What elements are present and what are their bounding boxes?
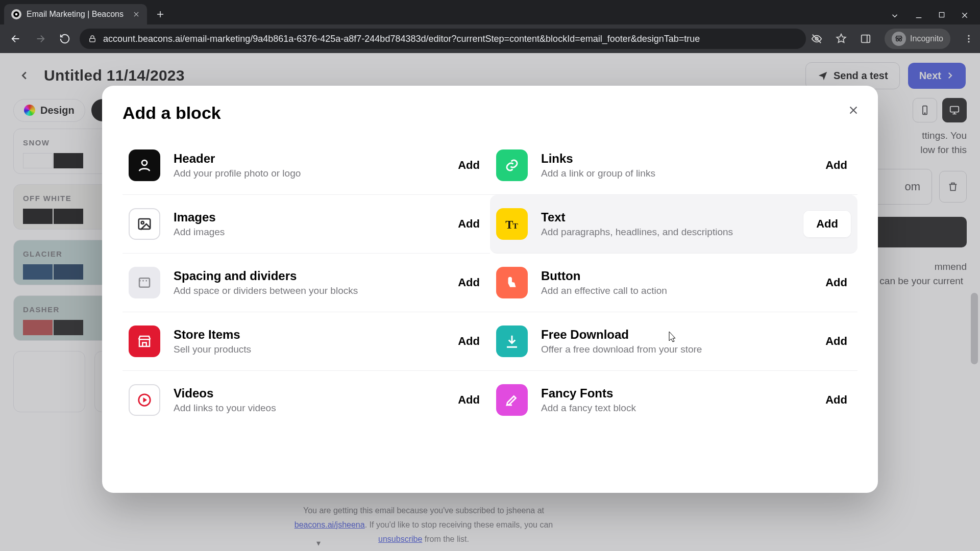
- new-tab-button[interactable]: [151, 5, 169, 23]
- text-icon: TT: [496, 208, 528, 240]
- block-title: Free Download: [541, 328, 808, 342]
- block-option-header[interactable]: HeaderAdd your profile photo or logo Add: [122, 136, 490, 195]
- svg-point-9: [968, 38, 969, 39]
- block-desc: Add space or dividers between your block…: [174, 285, 440, 296]
- block-desc: Sell your products: [174, 344, 440, 355]
- block-desc: Add links to your videos: [174, 403, 440, 414]
- block-desc: Add paragraphs, headlines, and descripti…: [541, 227, 790, 238]
- svg-rect-2: [939, 12, 944, 17]
- incognito-chip[interactable]: Incognito: [885, 29, 950, 49]
- address-bar[interactable]: account.beacons.ai/email-marketing/9a4b8…: [80, 29, 806, 49]
- svg-text:T: T: [505, 218, 513, 231]
- tab-favicon-icon: [11, 9, 21, 19]
- svg-point-14: [142, 160, 147, 165]
- add-block-modal: Add a block HeaderAdd your profile photo…: [102, 86, 878, 493]
- image-icon: [129, 208, 160, 240]
- add-button[interactable]: Add: [454, 271, 484, 294]
- block-desc: Add images: [174, 227, 440, 238]
- add-button[interactable]: Add: [821, 271, 851, 294]
- svg-point-6: [896, 39, 899, 41]
- app-page: Untitled 11/14/2023 Send a test Next Des…: [0, 53, 980, 551]
- block-option-download[interactable]: Free DownloadOffer a free download from …: [490, 312, 857, 371]
- page-url: account.beacons.ai/email-marketing/9a4b8…: [103, 34, 700, 44]
- block-option-images[interactable]: ImagesAdd images Add: [122, 195, 490, 254]
- incognito-label: Incognito: [910, 34, 943, 43]
- close-button[interactable]: [843, 100, 864, 120]
- close-window-icon[interactable]: [961, 11, 969, 20]
- svg-rect-19: [139, 278, 150, 287]
- browser-toolbar: account.beacons.ai/email-marketing/9a4b8…: [0, 24, 980, 53]
- back-button[interactable]: [6, 29, 26, 48]
- add-button[interactable]: Add: [454, 212, 484, 236]
- block-title: Fancy Fonts: [541, 386, 808, 400]
- svg-point-8: [968, 35, 969, 37]
- block-option-videos[interactable]: VideosAdd links to your videos Add: [122, 371, 490, 429]
- block-option-store[interactable]: Store ItemsSell your products Add: [122, 312, 490, 371]
- minimize-icon[interactable]: [915, 11, 923, 20]
- block-option-fancy[interactable]: Fancy FontsAdd a fancy text block Add: [490, 371, 857, 429]
- link-icon: [496, 149, 528, 181]
- maximize-icon[interactable]: [938, 11, 945, 20]
- pencil-icon: [496, 384, 528, 416]
- block-desc: Add your profile photo or logo: [174, 168, 440, 179]
- svg-point-1: [15, 13, 18, 16]
- play-icon: [129, 384, 160, 416]
- add-button[interactable]: Add: [821, 388, 851, 412]
- spacing-icon: [129, 267, 160, 298]
- svg-rect-5: [862, 35, 870, 43]
- svg-point-7: [899, 39, 902, 41]
- close-icon[interactable]: [133, 11, 140, 18]
- chevron-down-icon[interactable]: [890, 11, 899, 20]
- block-desc: Add a fancy text block: [541, 403, 808, 414]
- block-title: Header: [174, 152, 440, 166]
- block-desc: Add a link or group of links: [541, 168, 808, 179]
- add-button[interactable]: Add: [803, 210, 851, 238]
- block-grid: HeaderAdd your profile photo or logo Add…: [122, 136, 857, 429]
- block-option-links[interactable]: LinksAdd a link or group of links Add: [490, 136, 857, 195]
- reload-button[interactable]: [55, 29, 75, 48]
- block-title: Videos: [174, 386, 440, 400]
- add-button[interactable]: Add: [821, 154, 851, 177]
- browser-tab[interactable]: Email Marketing | Beacons: [4, 4, 147, 24]
- block-option-button[interactable]: ButtonAdd an effective call to action Ad…: [490, 254, 857, 312]
- window-controls: [890, 11, 980, 24]
- download-icon: [496, 325, 528, 357]
- browser-titlebar: Email Marketing | Beacons: [0, 0, 980, 24]
- modal-title: Add a block: [122, 103, 857, 123]
- tab-title: Email Marketing | Beacons: [27, 10, 124, 19]
- star-icon[interactable]: [836, 33, 847, 44]
- block-title: Button: [541, 269, 808, 283]
- person-icon: [129, 149, 160, 181]
- block-desc: Offer a free download from your store: [541, 344, 808, 355]
- store-icon: [129, 325, 160, 357]
- block-title: Images: [174, 210, 440, 224]
- block-title: Spacing and dividers: [174, 269, 440, 283]
- block-title: Text: [541, 210, 790, 224]
- svg-rect-3: [90, 38, 95, 42]
- tap-icon: [496, 267, 528, 298]
- forward-button[interactable]: [31, 29, 50, 48]
- add-button[interactable]: Add: [821, 330, 851, 353]
- block-title: Links: [541, 152, 808, 166]
- add-button[interactable]: Add: [454, 388, 484, 412]
- incognito-icon: [892, 32, 906, 46]
- block-option-spacing[interactable]: Spacing and dividersAdd space or divider…: [122, 254, 490, 312]
- add-button[interactable]: Add: [454, 154, 484, 177]
- svg-rect-15: [139, 219, 151, 229]
- svg-point-10: [968, 41, 969, 42]
- svg-point-16: [141, 221, 144, 224]
- block-desc: Add an effective call to action: [541, 285, 808, 296]
- panel-icon[interactable]: [860, 33, 871, 44]
- kebab-icon[interactable]: [964, 34, 974, 44]
- eye-off-icon[interactable]: [811, 33, 822, 44]
- lock-icon: [88, 34, 97, 43]
- svg-text:T: T: [512, 221, 518, 230]
- add-button[interactable]: Add: [454, 330, 484, 353]
- block-title: Store Items: [174, 328, 440, 342]
- block-option-text[interactable]: TT TextAdd paragraphs, headlines, and de…: [490, 195, 857, 254]
